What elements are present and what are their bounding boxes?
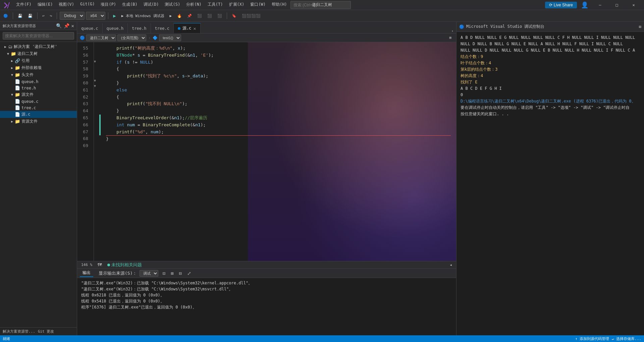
step-over-button[interactable]: ⬛ <box>215 13 224 19</box>
sidebar-item-label: queue.c <box>21 99 39 104</box>
attach-button[interactable]: 📌 <box>185 13 194 19</box>
stop-button[interactable]: ⬛ <box>195 13 204 19</box>
tree-queue-c[interactable]: 📄 queue.c <box>0 98 77 105</box>
code-line: else <box>106 87 451 94</box>
project-icon: 📁 <box>11 51 16 56</box>
tab-close-icon[interactable]: ✕ <box>193 26 196 31</box>
tree-external-deps[interactable]: ▶ 📁 外部依赖项 <box>0 64 77 71</box>
menu-analyze[interactable]: 分析(N) <box>183 1 204 9</box>
config-dropdown[interactable]: Debug <box>60 12 85 20</box>
tree-queue-h[interactable]: 📄 queue.h <box>0 78 77 85</box>
extra-buttons[interactable]: ⬛⬛⬛⬛ <box>240 13 263 19</box>
output-source-select[interactable]: 调试 <box>140 270 158 277</box>
ext-arrow-icon: ▶ <box>9 66 15 70</box>
new-file-button[interactable]: 🔵 <box>1 13 10 19</box>
output-expand-icon[interactable]: ⤢ <box>186 270 193 277</box>
tree-source-c[interactable]: 📄 源.c <box>0 111 77 118</box>
minimize-button[interactable]: — <box>592 0 608 10</box>
function-select[interactable]: test1() <box>159 35 181 41</box>
nav-expand-icon[interactable]: ⊞ <box>447 35 453 41</box>
sidebar-pin-icon[interactable]: 📌 <box>64 23 69 28</box>
close-button[interactable]: ✕ <box>626 0 641 10</box>
no-issues-dot <box>107 264 110 266</box>
menu-help[interactable]: 帮助(H) <box>269 1 290 9</box>
sidebar-item-label: queue.h <box>21 79 39 84</box>
minimap-icon[interactable]: 🗺 <box>98 262 102 267</box>
arch-dropdown[interactable]: x64 <box>86 12 105 20</box>
tab-queue-h[interactable]: queue.h <box>103 23 128 33</box>
menu-edit[interactable]: 编辑(E) <box>35 1 56 9</box>
sidebar-git-tab[interactable]: Git 更改 <box>38 329 54 334</box>
tab-scroll-right[interactable]: › <box>448 29 456 33</box>
fold-arrow-icon[interactable]: ▼ <box>94 83 99 89</box>
code-content-area[interactable]: printf("树的高度：%d\n", x); BTNode* s = Bina… <box>101 42 456 261</box>
menu-project[interactable]: 项目(P) <box>98 1 119 9</box>
run-label[interactable]: ▶ 本地 Windows 调试器 <box>119 13 166 19</box>
redo-button[interactable]: ↪ <box>48 13 54 19</box>
debug-run-button[interactable]: ▶ <box>168 13 174 19</box>
output-clear-icon[interactable]: ⊡ <box>161 270 166 277</box>
scroll-left-icon[interactable]: ◂ <box>449 262 452 267</box>
code-line: } <box>106 108 451 115</box>
menu-test[interactable]: 测试(S) <box>162 1 183 9</box>
sidebar-solution-tab[interactable]: 解决方案资源管... <box>3 329 35 334</box>
editor-status-bar: 146 % 🗺 未找到相关问题 ◂ <box>77 261 456 268</box>
tab-tree-h[interactable]: tree.h <box>128 23 151 33</box>
debug-expand-icon[interactable]: ⊞ <box>639 24 641 29</box>
save-button[interactable]: 💾 <box>16 13 24 19</box>
status-ready[interactable]: 就绪 <box>3 336 10 341</box>
code-line: } <box>106 136 451 143</box>
zoom-level[interactable]: 146 % <box>81 263 92 267</box>
run-button[interactable]: ▶ <box>111 12 118 19</box>
tab-tree-c[interactable]: tree.c <box>151 23 174 33</box>
tree-sources[interactable]: ▼ 📁 源文件 <box>0 91 77 98</box>
bookmark-button[interactable]: 🔖 <box>230 13 238 19</box>
menu-file[interactable]: 文件(F) <box>13 1 34 9</box>
hot-reload-button[interactable]: 🔥 <box>175 13 184 19</box>
save-all-button[interactable]: 💾 <box>26 13 35 19</box>
tree-tree-h[interactable]: 📄 tree.h <box>0 85 77 91</box>
fold-space <box>94 103 99 110</box>
tree-project[interactable]: ▼ 📁 递归二叉树 <box>0 50 77 57</box>
sidebar: 解决方案资源管理器 🔍 📌 ✕ ▶ 🗂 解决方案 '递归二叉树' ▼ 📁 递归二… <box>0 22 77 335</box>
scope-select[interactable]: (全局范围) <box>117 35 146 41</box>
tab-source-c[interactable]: 源.c ✕ <box>174 23 201 33</box>
debug-console-content[interactable]: A B D NULL NULL E G NULL NULL NULL NULL … <box>457 32 644 335</box>
tree-resources[interactable]: ▶ 📁 资源文件 <box>0 118 77 125</box>
debug-console-icon: 🔵 <box>459 24 464 29</box>
add-source-control[interactable]: ↑ 添加到源代码管理 <box>575 336 609 341</box>
menu-view[interactable]: 视图(V) <box>56 1 77 9</box>
menu-tools[interactable]: 工具(T) <box>205 1 226 9</box>
debug-console-title: Microsoft Visual Studio 调试控制台 <box>466 24 544 29</box>
tree-tree-c[interactable]: 📄 tree.c <box>0 105 77 111</box>
menu-git[interactable]: Git(G) <box>77 1 97 9</box>
breakpoints-button[interactable]: ⬛ <box>205 13 214 19</box>
line-num: 69 <box>77 142 91 149</box>
sidebar-close-icon[interactable]: ✕ <box>71 23 74 28</box>
tab-queue-c[interactable]: queue.c <box>77 23 103 33</box>
tree-references[interactable]: ▶ 🔗 引用 <box>0 57 77 64</box>
undo-button[interactable]: ↩ <box>40 13 47 19</box>
menu-window[interactable]: 窗口(W) <box>248 1 268 9</box>
sidebar-search-icon[interactable]: 🔍 <box>56 23 62 28</box>
fold-space <box>94 96 99 103</box>
menu-debug[interactable]: 调试(D) <box>141 1 162 9</box>
sidebar-search-input[interactable] <box>3 32 74 40</box>
output-options-icon[interactable]: ⊟ <box>177 270 183 277</box>
fold-arrow-icon[interactable]: ▼ <box>94 78 99 83</box>
maximize-button[interactable]: □ <box>609 0 625 10</box>
live-share-button[interactable]: ⟳ Live Share <box>545 2 577 8</box>
select-repo[interactable]: ↵ 选择存储库... <box>612 336 641 341</box>
code-line <box>106 143 451 150</box>
profile-icon[interactable]: 👤 <box>578 1 591 8</box>
tab-output[interactable]: 输出 <box>80 269 93 277</box>
project-select[interactable]: 递归二叉树 <box>86 35 116 41</box>
output-wrap-icon[interactable]: ⊞ <box>169 270 175 277</box>
tree-solution[interactable]: ▶ 🗂 解决方案 '递归二叉树' <box>0 43 77 50</box>
tree-headers[interactable]: ▼ 📁 头文件 <box>0 71 77 78</box>
fold-arrow-icon[interactable]: ▼ <box>94 59 99 64</box>
code-editor[interactable]: 55 56 57 58 59 60 61 62 63 64 65 66 67 6… <box>77 42 456 261</box>
menu-build[interactable]: 生成(B) <box>119 1 140 9</box>
menu-extensions[interactable]: 扩展(X) <box>226 1 247 9</box>
sources-arrow-icon: ▼ <box>9 93 15 96</box>
